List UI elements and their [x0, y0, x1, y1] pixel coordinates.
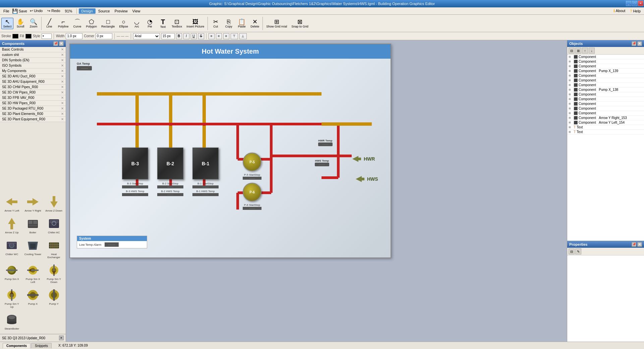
zoom-level[interactable]: 91%	[63, 8, 74, 14]
component-steam-boiler[interactable]: SteamBoiler	[2, 311, 22, 332]
obj-item-pump-139[interactable]: ⊞ ⬛ Component Pump X_139	[567, 69, 644, 73]
curve-tool[interactable]: ⌒ Curve	[71, 18, 83, 29]
component-pump-sm-x-left[interactable]: Pump Sm X Left	[23, 262, 43, 285]
tab-snippets[interactable]: Snippets	[31, 343, 52, 348]
obj-item-6[interactable]: ⊞ ⬛ Component	[567, 78, 644, 83]
text-tool[interactable]: T Text	[157, 17, 169, 30]
close-cw-pipes-icon[interactable]: ✕	[61, 91, 64, 94]
close-ahu-duct-icon[interactable]: ✕	[61, 74, 64, 78]
obj-item-11[interactable]: ⊞ ⬛ Component	[567, 102, 644, 106]
obj-item-5[interactable]: ⊞ ⬛ Component	[567, 73, 644, 78]
width-input[interactable]	[66, 33, 82, 39]
close-plant-elements-icon[interactable]: ✕	[61, 112, 64, 116]
strikethrough-button[interactable]: S	[198, 33, 204, 39]
delete-tool[interactable]: ✕ Delete	[249, 18, 261, 29]
obj-collapse-button[interactable]: ⊟	[569, 48, 575, 54]
menu-file[interactable]: File	[1, 8, 11, 14]
properties-pin-button[interactable]: 📌	[632, 242, 636, 247]
save-button-area[interactable]: 💾 Save	[12, 8, 27, 14]
component-heat-exchanger[interactable]: Heat Exchanger	[44, 237, 64, 260]
cut-tool[interactable]: ✂ Cut	[210, 18, 222, 29]
insert-picture-tool[interactable]: 🖼 Insert Picture	[185, 18, 206, 29]
ellipse-tool[interactable]: ○ Ellipse	[118, 18, 130, 29]
menu-redo[interactable]: ↪ Redo	[45, 8, 62, 14]
component-arrow-y-left[interactable]: Arrow Y Left	[2, 193, 22, 214]
menu-view[interactable]: View	[130, 8, 142, 14]
category-chw-pipes[interactable]: SE 3D CHW Pipes_R00 ✕	[0, 84, 66, 90]
panel-pin-button[interactable]: 📌	[53, 41, 58, 46]
canvas-area[interactable]: Hot Water System OA Temp --------	[66, 40, 567, 342]
category-hw-pipes[interactable]: SE 3D HW Pipes_R00 ✕	[0, 101, 66, 106]
component-chiller-ac[interactable]: Chiller AC	[44, 215, 64, 236]
category-fpb-vav[interactable]: SE 3D FPB VAV_R00 ✕	[0, 95, 66, 101]
textbox-tool[interactable]: ⊡ Textbox	[170, 18, 184, 29]
align-left-button[interactable]: ≡	[209, 33, 215, 39]
component-pump-y[interactable]: Pump Y	[44, 287, 64, 310]
objects-panel-close-button[interactable]: ✕	[637, 41, 642, 46]
category-iso[interactable]: ISO Symbols ✕	[0, 63, 66, 68]
scroll-tool[interactable]: ✋ Scroll	[14, 18, 26, 29]
help-button[interactable]: ? Help	[628, 8, 643, 14]
show-grid-tool[interactable]: ⊞ Show Grid Arial	[265, 18, 289, 29]
align-center-button[interactable]: ≡	[216, 33, 222, 39]
props-tool-btn-2[interactable]: ✎	[575, 248, 581, 254]
obj-item-3[interactable]: ⊞ ⬛ Component	[567, 64, 644, 69]
obj-item-text-2[interactable]: ⊞ T Text	[567, 130, 644, 134]
obj-item-text-1[interactable]: ⊞ T Text	[567, 125, 644, 130]
close-basic-controls-icon[interactable]: ✕	[61, 48, 64, 51]
obj-item-7[interactable]: ⊞ ⬛ Component	[567, 83, 644, 88]
menu-undo[interactable]: ↩ Undo	[28, 8, 45, 14]
style-dropdown[interactable]: ▾	[42, 34, 52, 39]
category-ahu-duct[interactable]: SE 3D AHU Duct_R00 ✕	[0, 74, 66, 79]
category-ahu-equipment[interactable]: SE 3D AHU Equipment_R00 ✕	[0, 79, 66, 84]
arc-tool[interactable]: ◡ Arc	[131, 18, 143, 29]
obj-item-2[interactable]: ⊞ ⬛ Component	[567, 59, 644, 64]
copy-tool[interactable]: ⎘ Copy	[223, 18, 235, 29]
props-tool-btn-1[interactable]: ⊟	[569, 248, 575, 254]
corner-input[interactable]	[96, 33, 112, 39]
category-packaged-rtu[interactable]: SE 3D Packaged RTU_R00 ✕	[0, 106, 66, 111]
minimize-button[interactable]: _	[626, 1, 631, 6]
snap-to-grid-tool[interactable]: ⊠ Snap to Grid	[290, 18, 310, 29]
objects-panel-pin-button[interactable]: 📌	[632, 41, 636, 46]
obj-down-button[interactable]: ↓	[589, 48, 595, 54]
component-pump-sm-y-up[interactable]: Pump Sm Y Up	[2, 287, 22, 310]
category-plant-equipment[interactable]: SE 3D Plant Equipment_R00 ✕	[0, 117, 66, 122]
menu-design[interactable]: Design	[79, 8, 96, 14]
obj-item-10[interactable]: ⊞ ⬛ Component	[567, 97, 644, 102]
menu-source[interactable]: Source	[96, 8, 112, 14]
obj-item-arrow-153[interactable]: ⊞ ⬛ Component Arrow Y Right_153	[567, 116, 644, 120]
category-basic-controls[interactable]: Basic Controls ✕	[0, 47, 66, 52]
paste-tool[interactable]: 📋 Paste	[236, 18, 248, 29]
category-cw-pipes[interactable]: SE 3D CW Pipes_R00 ✕	[0, 90, 66, 95]
component-arrow-z-up[interactable]: Arrow Z Up	[2, 215, 22, 236]
align-middle-button[interactable]: ⊥	[239, 33, 247, 39]
close-din-icon[interactable]: ✕	[61, 58, 64, 62]
obj-item-13[interactable]: ⊞ ⬛ Component	[567, 111, 644, 116]
component-boiler[interactable]: Boiler	[23, 215, 43, 236]
close-iso-icon[interactable]: ✕	[61, 64, 64, 67]
close-my-components-icon[interactable]: ✕	[61, 69, 64, 73]
obj-item-9[interactable]: ⊞ ⬛ Component	[567, 92, 644, 97]
close-ahu-equipment-icon[interactable]: ✕	[61, 80, 64, 83]
component-pump-sm-x[interactable]: Pump Sm X	[2, 262, 22, 285]
close-packaged-rtu-icon[interactable]: ✕	[61, 107, 64, 110]
underline-button[interactable]: U	[191, 33, 197, 39]
rectangle-tool[interactable]: □ Rectangle	[100, 18, 117, 29]
line-tool[interactable]: ╱ Line	[43, 18, 55, 29]
align-right-button[interactable]: ≡	[223, 33, 229, 39]
close-fpb-vav-icon[interactable]: ✕	[61, 96, 64, 100]
fill-color-swatch[interactable]	[25, 34, 32, 39]
select-tool[interactable]: ↖ Select	[1, 18, 13, 29]
obj-item-arrow-154[interactable]: ⊞ ⬛ Component Arrow Y Left_154	[567, 120, 644, 125]
align-top-button[interactable]: ⊤	[231, 33, 238, 39]
tab-components[interactable]: Components	[3, 343, 31, 348]
italic-button[interactable]: I	[183, 33, 189, 39]
panel-close-button[interactable]: ✕	[59, 41, 64, 46]
close-custom-icon[interactable]: ✕	[61, 53, 64, 57]
menu-preview[interactable]: Preview	[113, 8, 130, 14]
component-cooling-tower[interactable]: Cooling Tower	[23, 237, 43, 260]
obj-item-pump-138[interactable]: ⊞ ⬛ Component Pump X_138	[567, 88, 644, 92]
component-pump-sm-y-down[interactable]: Pump Sm Y Down	[44, 262, 64, 285]
polygon-tool[interactable]: ⬠ Polygon	[84, 18, 99, 29]
